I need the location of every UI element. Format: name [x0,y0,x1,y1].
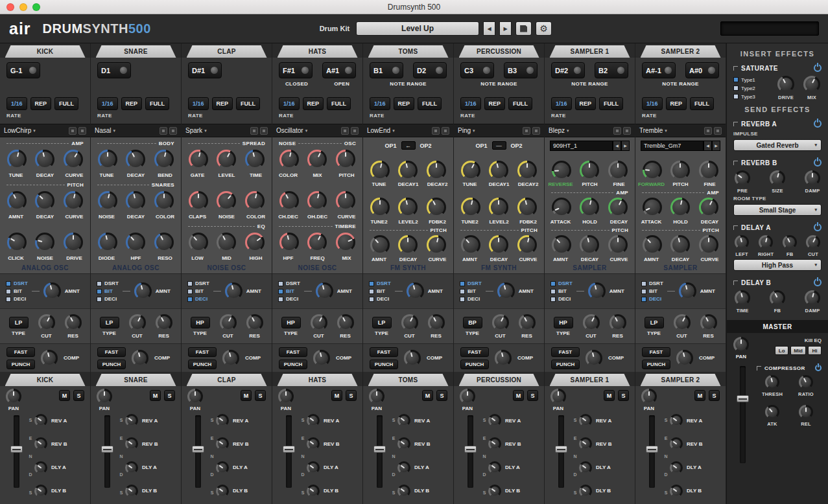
delay-b-time-knob[interactable] [735,290,750,306]
percussion-decay2-knob[interactable] [517,161,537,180]
toms-decay-knob[interactable] [398,235,418,255]
channel-tab-sampler-2[interactable]: SAMPLER 2 [641,45,721,58]
send-clap-dly-b-knob[interactable] [216,485,229,498]
full-button-clap[interactable]: FULL [236,97,260,110]
fast-button-kick[interactable]: FAST [6,347,35,357]
volume-fader-toms[interactable] [377,415,383,488]
dist-option-bit-percussion[interactable]: BIT [460,288,482,294]
sampler-1-fine-knob[interactable] [608,161,628,180]
note-button-sampler-2-2[interactable]: A#0 [685,62,719,78]
rate-value-button-sampler-2[interactable]: 1/16 [642,97,663,110]
env-toms-comp-knob[interactable] [404,350,421,367]
send-hats-rev-b-knob[interactable] [307,437,320,450]
percussion-fdbk2-knob[interactable] [517,198,537,217]
filter-toms-cut-knob[interactable] [401,314,418,331]
snare-decay-knob[interactable] [126,191,145,211]
volume-fader-percussion[interactable] [467,415,473,488]
channel-tab-hats[interactable]: HATS [278,45,358,58]
channel-tab-snare[interactable]: SNARE [96,45,176,58]
hats-freq-knob[interactable] [307,233,327,252]
rate-value-button-clap[interactable]: 1/16 [188,97,209,110]
dist-sampler-1-amnt-knob[interactable] [588,282,606,300]
preset-selector-toms[interactable]: LowEnd▾ [363,124,453,137]
percussion-tune-knob[interactable] [461,161,480,180]
sampler-1-hold-knob[interactable] [580,198,599,217]
sampler-2-decay-knob[interactable] [670,235,690,255]
solo-button-toms[interactable]: S [436,390,447,401]
env-clap-comp-knob[interactable] [222,350,239,367]
percussion-level2-knob[interactable] [489,198,508,217]
clap-low-knob[interactable] [189,233,208,252]
preset-menu-icon[interactable] [160,127,167,135]
clap-claps-knob[interactable] [189,191,208,211]
dist-option-dsrt-toms[interactable]: DSRT [369,281,391,286]
channel-tab-percussion[interactable]: PERCUSSION [459,45,539,58]
preset-selector-sampler-2[interactable]: Tremble▾ [635,124,726,137]
kick-decay-knob[interactable] [35,191,54,211]
env-kick-comp-knob[interactable] [41,350,58,367]
fader-handle[interactable] [646,446,658,453]
note-button-kick-1[interactable]: G-1 [6,62,40,78]
hats-ch-dec-knob[interactable] [279,191,299,211]
filter-clap-cut-knob[interactable] [220,314,237,331]
filter-type-button-sampler-1[interactable]: HP [554,317,573,328]
send-snare-rev-a-knob[interactable] [125,414,138,427]
snare-color-knob[interactable] [154,191,174,211]
preset-selector-snare[interactable]: Nasal▾ [91,124,181,137]
filter-sampler-1-res-knob[interactable] [609,314,626,331]
delay-a-fb-knob[interactable] [783,235,797,249]
punch-button-percussion[interactable]: PUNCH [460,360,489,369]
hats-oh-dec-knob[interactable] [307,191,327,211]
mixer-hats-pan-knob[interactable] [278,389,294,404]
sample-display-sampler-2[interactable]: Tremble_Gm7 [641,141,704,151]
dist-option-bit-clap[interactable]: BIT [187,288,209,294]
env-hats-comp-knob[interactable] [313,350,330,367]
filter-hats-res-knob[interactable] [337,314,354,331]
dist-option-bit-sampler-2[interactable]: BIT [641,288,663,294]
mute-button-sampler-1[interactable]: M [604,390,615,401]
kill-eq-hi-button[interactable]: Hi [808,346,822,355]
send-kick-rev-b-knob[interactable] [34,437,47,450]
punch-button-sampler-2[interactable]: PUNCH [642,360,670,369]
mixer-tab-hats[interactable]: HATS [278,374,358,386]
hats-mix-knob[interactable] [336,233,355,252]
send-clap-rev-b-knob[interactable] [216,437,229,450]
fast-button-snare[interactable]: FAST [97,347,126,357]
preset-menu-icon[interactable] [69,127,77,135]
filter-type-button-sampler-2[interactable]: LP [645,317,664,328]
sampler-2-decay-knob[interactable] [699,198,718,217]
env-snare-comp-knob[interactable] [132,350,148,367]
clap-time-knob[interactable] [245,150,265,169]
env-sampler-2-comp-knob[interactable] [676,350,693,367]
rep-button-snare[interactable]: REP [121,97,143,110]
full-button-sampler-1[interactable]: FULL [599,97,623,110]
mixer-sampler-2-pan-knob[interactable] [641,389,657,404]
saturate-type-1[interactable]: Type1 [733,77,755,83]
rate-value-button-sampler-1[interactable]: 1/16 [551,97,572,110]
note-button-sampler-2-1[interactable]: A#-1 [642,62,676,78]
mixer-kick-pan-knob[interactable] [6,389,21,404]
volume-fader-hats[interactable] [286,415,292,488]
dist-option-dsrt-snare[interactable]: DSRT [97,281,119,286]
solo-button-clap[interactable]: S [255,390,266,401]
send-hats-dly-a-knob[interactable] [307,461,320,474]
channel-tab-sampler-1[interactable]: SAMPLER 1 [550,45,630,58]
sampler-1-decay-knob[interactable] [580,235,599,255]
filter-toms-res-knob[interactable] [428,314,445,331]
master-fader[interactable] [740,366,746,463]
sampler-2-pitch-knob[interactable] [670,161,690,180]
dist-option-dsrt-hats[interactable]: DSRT [278,281,300,286]
prev-sample-button-sampler-2[interactable]: ◀ [704,141,712,151]
snare-noise-knob[interactable] [98,191,117,211]
send-clap-rev-a-knob[interactable] [216,414,229,427]
mixer-tab-sampler-2[interactable]: SAMPLER 2 [641,374,721,386]
clap-mid-knob[interactable] [217,233,236,252]
preset-save-icon[interactable] [78,127,86,135]
toms-amnt-knob[interactable] [370,235,390,255]
compressor-thresh-knob[interactable] [765,375,779,389]
send-kick-rev-a-knob[interactable] [34,414,47,427]
filter-type-button-clap[interactable]: HP [191,317,210,328]
filter-type-button-toms[interactable]: LP [372,317,392,328]
kill-eq-lo-button[interactable]: Lo [775,346,788,355]
mixer-tab-percussion[interactable]: PERCUSSION [459,374,539,386]
